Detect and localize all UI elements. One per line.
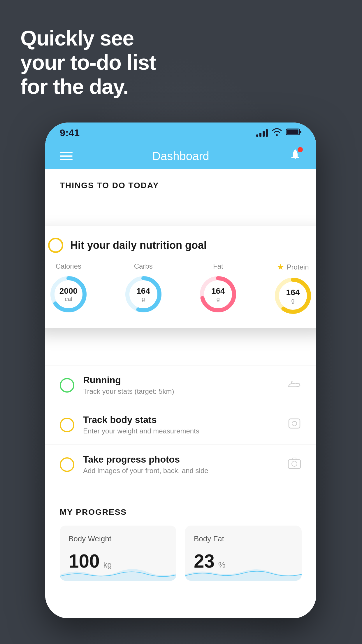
todo-subtitle-running: Track your stats (target: 5km)	[83, 387, 278, 396]
hero-text: Quickly see your to-do list for the day.	[20, 26, 156, 99]
protein-label: ★ Protein	[277, 262, 309, 272]
nutrition-fat: Fat 164 g	[198, 262, 238, 315]
header-title: Dashboard	[152, 150, 209, 163]
body-fat-card: Body Fat 23 %	[185, 526, 302, 581]
todo-checkbox-running[interactable]	[60, 378, 74, 393]
progress-header: MY PROGRESS	[60, 496, 302, 526]
notification-dot	[298, 147, 303, 152]
calories-donut: 2000 cal	[48, 274, 89, 315]
fat-value: 164	[211, 286, 225, 296]
body-weight-title: Body Weight	[68, 534, 168, 543]
todo-item-progress-photos[interactable]: Take progress photos Add images of your …	[45, 444, 316, 484]
status-time: 9:41	[60, 127, 80, 139]
scale-icon	[287, 417, 302, 433]
running-shoe-icon	[287, 378, 302, 392]
todo-subtitle-progress-photos: Add images of your front, back, and side	[83, 467, 278, 475]
carbs-label: Carbs	[134, 262, 153, 270]
protein-unit: g	[286, 297, 300, 304]
todo-item-body-stats[interactable]: Track body stats Enter your weight and m…	[45, 405, 316, 444]
phone-frame: 9:41	[45, 123, 316, 618]
protein-value: 164	[286, 288, 300, 297]
nutrition-carbs: Carbs 164 g	[123, 262, 164, 315]
photo-icon	[287, 457, 302, 472]
progress-section: MY PROGRESS Body Weight 100 kg	[45, 496, 316, 595]
nutrition-row: Calories 2000 cal Carbs	[48, 262, 313, 316]
fat-unit: g	[211, 296, 225, 302]
hero-line3: for the day.	[20, 75, 156, 99]
body-fat-wave	[185, 563, 302, 581]
calories-unit: cal	[59, 296, 78, 302]
nutrition-calories: Calories 2000 cal	[48, 262, 89, 315]
hamburger-menu[interactable]	[60, 152, 73, 160]
wifi-icon	[272, 128, 282, 138]
status-icons	[256, 128, 302, 138]
svg-point-14	[292, 461, 297, 466]
todo-text-progress-photos: Take progress photos Add images of your …	[83, 454, 278, 475]
nutrition-protein: ★ Protein 164 g	[273, 262, 313, 316]
todo-list: Running Track your stats (target: 5km) T…	[45, 365, 316, 484]
todo-text-body-stats: Track body stats Enter your weight and m…	[83, 414, 278, 435]
things-section-header: THINGS TO DO TODAY	[45, 169, 316, 196]
svg-rect-1	[287, 130, 298, 134]
progress-cards: Body Weight 100 kg Body Fat 23 %	[60, 526, 302, 581]
svg-rect-11	[289, 419, 300, 428]
hero-line1: Quickly see	[20, 26, 156, 50]
todo-item-running[interactable]: Running Track your stats (target: 5km)	[45, 365, 316, 405]
calories-value: 2000	[59, 286, 78, 296]
todo-title-progress-photos: Take progress photos	[83, 454, 278, 465]
nutrition-card: Hit your daily nutrition goal Calories 2…	[45, 226, 316, 328]
battery-icon	[286, 128, 302, 138]
phone-content: THINGS TO DO TODAY Hit your daily nutrit…	[45, 169, 316, 618]
todo-title-body-stats: Track body stats	[83, 414, 278, 425]
todo-checkbox-body-stats[interactable]	[60, 418, 74, 432]
hero-line2: your to-do list	[20, 50, 156, 75]
notification-bell-icon[interactable]	[289, 148, 302, 164]
body-weight-card: Body Weight 100 kg	[60, 526, 176, 581]
todo-checkbox-progress-photos[interactable]	[60, 457, 74, 472]
fat-label: Fat	[213, 262, 223, 270]
todo-title-running: Running	[83, 375, 278, 386]
fat-donut: 164 g	[198, 274, 238, 315]
protein-donut: 164 g	[273, 275, 313, 316]
todo-text-running: Running Track your stats (target: 5km)	[83, 375, 278, 396]
status-bar: 9:41	[45, 123, 316, 143]
star-icon: ★	[277, 262, 284, 272]
signal-icon	[256, 129, 268, 137]
carbs-value: 164	[136, 286, 150, 296]
body-fat-title: Body Fat	[194, 534, 293, 543]
calories-label: Calories	[56, 262, 81, 270]
card-title-row: Hit your daily nutrition goal	[48, 238, 313, 253]
svg-rect-2	[300, 131, 301, 133]
app-header: Dashboard	[45, 143, 316, 169]
todo-checkbox-nutrition[interactable]	[48, 238, 63, 253]
todo-subtitle-body-stats: Enter your weight and measurements	[83, 427, 278, 435]
body-weight-wave	[60, 563, 176, 581]
carbs-unit: g	[136, 296, 150, 302]
carbs-donut: 164 g	[123, 274, 164, 315]
nutrition-card-title: Hit your daily nutrition goal	[70, 239, 207, 251]
